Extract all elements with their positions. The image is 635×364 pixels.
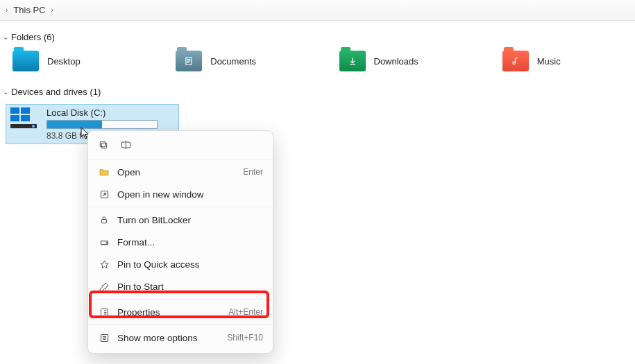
downloads-folder-icon bbox=[339, 51, 366, 71]
drive-usage-bar bbox=[46, 120, 158, 129]
menu-label: Format... bbox=[117, 237, 263, 248]
drives-section-header[interactable]: ⌄ Devices and drives (1) bbox=[0, 84, 635, 101]
copy-icon[interactable] bbox=[96, 138, 110, 152]
chevron-down-icon: ⌄ bbox=[3, 33, 8, 41]
svg-rect-8 bbox=[100, 141, 105, 146]
menu-accel: Alt+Enter bbox=[228, 307, 263, 317]
menu-label: Pin to Quick access bbox=[117, 259, 263, 270]
menu-label: Turn on BitLocker bbox=[117, 215, 263, 225]
menu-properties[interactable]: Properties Alt+Enter bbox=[88, 301, 273, 323]
menu-accel: Enter bbox=[243, 167, 263, 177]
svg-marker-15 bbox=[100, 260, 108, 268]
properties-icon bbox=[96, 307, 112, 318]
menu-label: Open in new window bbox=[117, 189, 263, 200]
menu-show-more-options[interactable]: Show more options Shift+F10 bbox=[88, 327, 273, 349]
desktop-folder-icon bbox=[12, 51, 39, 71]
context-menu-toolbar bbox=[88, 134, 273, 157]
lock-icon bbox=[96, 215, 112, 225]
folder-label: Documents bbox=[210, 56, 256, 67]
svg-rect-7 bbox=[101, 143, 106, 148]
menu-bitlocker[interactable]: Turn on BitLocker bbox=[88, 209, 273, 231]
menu-pin-quick-access[interactable]: Pin to Quick access bbox=[88, 253, 273, 275]
folders-section-header[interactable]: ⌄ Folders (6) bbox=[0, 29, 635, 46]
folder-item-desktop[interactable]: Desktop bbox=[10, 48, 145, 74]
folder-label: Music bbox=[537, 56, 561, 67]
local-disk-icon bbox=[10, 107, 40, 128]
folder-item-documents[interactable]: Documents bbox=[173, 48, 308, 74]
folder-label: Desktop bbox=[47, 56, 81, 67]
drives-header-text: Devices and drives (1) bbox=[11, 87, 101, 97]
menu-accel: Shift+F10 bbox=[227, 333, 263, 343]
folder-label: Downloads bbox=[374, 56, 418, 67]
documents-folder-icon bbox=[176, 51, 202, 71]
menu-icon bbox=[96, 333, 112, 343]
menu-format[interactable]: Format... bbox=[88, 231, 273, 253]
svg-rect-12 bbox=[102, 219, 107, 223]
rename-icon[interactable] bbox=[119, 138, 133, 152]
folders-header-text: Folders (6) bbox=[11, 32, 55, 42]
cursor-icon bbox=[81, 127, 90, 139]
pin-icon bbox=[96, 281, 112, 292]
context-menu: Open Enter Open in new window Turn on Bi… bbox=[87, 130, 273, 354]
drive-name: Local Disk (C:) bbox=[46, 107, 158, 118]
address-bar[interactable]: › This PC › bbox=[0, 0, 635, 21]
drive-icon bbox=[96, 237, 112, 248]
menu-pin-start[interactable]: Pin to Start bbox=[88, 275, 273, 297]
menu-open[interactable]: Open Enter bbox=[88, 161, 273, 183]
menu-label: Show more options bbox=[117, 333, 227, 343]
chevron-down-icon: ⌄ bbox=[3, 88, 8, 96]
menu-label: Properties bbox=[117, 307, 228, 318]
folders-grid: Desktop Documents Downloads Music bbox=[0, 46, 635, 84]
menu-open-new-window[interactable]: Open in new window bbox=[88, 183, 273, 205]
new-window-icon bbox=[96, 189, 112, 200]
music-folder-icon bbox=[502, 51, 529, 71]
menu-label: Pin to Start bbox=[117, 281, 263, 292]
chevron-right-icon: › bbox=[3, 6, 10, 14]
open-folder-icon bbox=[96, 166, 112, 177]
folder-item-music[interactable]: Music bbox=[500, 48, 635, 74]
folder-item-downloads[interactable]: Downloads bbox=[337, 48, 472, 74]
menu-label: Open bbox=[117, 167, 243, 177]
star-icon bbox=[96, 259, 112, 270]
breadcrumb-root[interactable]: This PC bbox=[13, 5, 45, 15]
chevron-right-icon: › bbox=[49, 6, 56, 14]
svg-point-14 bbox=[106, 242, 107, 243]
